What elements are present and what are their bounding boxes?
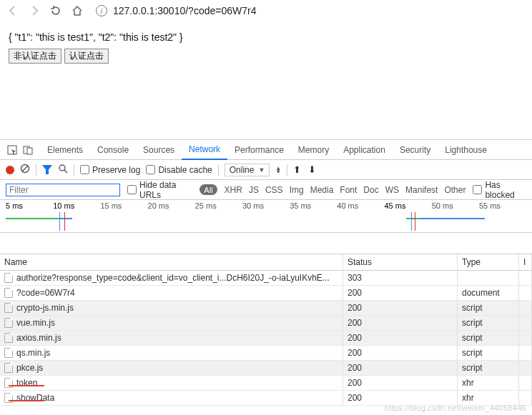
auth-button[interactable]: 认证点击 [64, 49, 109, 64]
disable-cache-checkbox[interactable]: Disable cache [146, 165, 212, 175]
file-icon [4, 303, 13, 313]
search-icon[interactable] [58, 164, 68, 176]
clear-button[interactable] [20, 164, 30, 176]
inspect-icon[interactable] [4, 142, 20, 158]
filter-icon[interactable] [42, 165, 52, 175]
filter-type-css[interactable]: CSS [265, 185, 283, 195]
address-bar[interactable]: i 127.0.0.1:30010/?code=06W7r4 [96, 5, 256, 16]
request-type: document [458, 286, 519, 301]
tab-lighthouse[interactable]: Lighthouse [438, 140, 494, 160]
forward-icon[interactable] [29, 5, 40, 16]
import-har-icon[interactable]: ⬆ [293, 164, 301, 175]
filter-type-doc[interactable]: Doc [363, 185, 378, 195]
tab-memory[interactable]: Memory [291, 140, 336, 160]
request-status: 200 [343, 316, 458, 331]
filter-input[interactable] [6, 184, 120, 196]
page-json-text: { "t1": "this is test1", "t2": "this is … [9, 31, 523, 43]
request-type: xhr [458, 376, 519, 391]
throttle-reorder[interactable]: ▲▼ [275, 166, 281, 174]
request-name[interactable]: authorize?response_type=code&client_id=v… [0, 271, 343, 286]
request-name[interactable]: crypto-js.min.js [0, 301, 343, 316]
col-status[interactable]: Status [343, 254, 458, 271]
request-initiator [519, 346, 532, 361]
network-toolbar: Preserve log Disable cache Online▼ ▲▼ ⬆ … [0, 160, 532, 180]
tab-sources[interactable]: Sources [136, 140, 182, 160]
request-type: script [458, 361, 519, 376]
filter-type-ws[interactable]: WS [385, 185, 399, 195]
svg-point-5 [59, 165, 65, 171]
unauth-button[interactable]: 非认证点击 [9, 49, 61, 64]
tab-elements[interactable]: Elements [40, 140, 90, 160]
request-type: script [458, 301, 519, 316]
request-status: 200 [343, 346, 458, 361]
devtools-tabs: Elements Console Sources Network Perform… [0, 140, 532, 160]
site-info-icon[interactable]: i [96, 5, 107, 16]
request-name[interactable]: pkce.js [0, 361, 343, 376]
filter-type-font[interactable]: Font [340, 185, 357, 195]
device-icon[interactable] [20, 142, 36, 158]
filter-type-img[interactable]: Img [290, 185, 304, 195]
filter-type-xhr[interactable]: XHR [225, 185, 242, 195]
devtools: Elements Console Sources Network Perform… [0, 139, 532, 406]
annotation-mark [9, 400, 44, 401]
request-name[interactable]: vue.min.js [0, 316, 343, 331]
tab-application[interactable]: Application [336, 140, 393, 160]
request-status: 200 [343, 391, 458, 406]
tab-network[interactable]: Network [182, 140, 227, 160]
request-status: 303 [343, 271, 458, 286]
preserve-log-checkbox[interactable]: Preserve log [80, 165, 140, 175]
col-name[interactable]: Name [0, 254, 343, 271]
tab-console[interactable]: Console [90, 140, 136, 160]
filter-type-manifest[interactable]: Manifest [405, 185, 438, 195]
request-type: xhr [458, 391, 519, 406]
request-name[interactable]: axios.min.js [0, 331, 343, 346]
request-name[interactable]: showData [0, 391, 343, 406]
request-initiator [519, 301, 532, 316]
request-initiator [519, 316, 532, 331]
file-icon [4, 363, 13, 373]
file-icon [4, 333, 13, 343]
request-type [458, 271, 519, 286]
export-har-icon[interactable]: ⬇ [308, 164, 316, 175]
request-name[interactable]: qs.min.js [0, 346, 343, 361]
request-initiator [519, 271, 532, 286]
has-blocked-cookies[interactable]: Has blocked [473, 180, 526, 200]
request-name[interactable]: token [0, 376, 343, 391]
filter-type-js[interactable]: JS [249, 185, 259, 195]
filter-type-other[interactable]: Other [444, 185, 466, 195]
timeline[interactable]: 5 ms10 ms15 ms20 ms25 ms30 ms35 ms40 ms4… [0, 200, 532, 233]
file-icon [4, 273, 13, 283]
filter-all[interactable]: All [200, 184, 217, 195]
request-type: script [458, 346, 519, 361]
request-type: script [458, 316, 519, 331]
filter-type-media[interactable]: Media [310, 185, 334, 195]
network-table: NameStatusTypeIauthorize?response_type=c… [0, 254, 532, 406]
svg-line-4 [22, 166, 28, 171]
record-button[interactable] [6, 166, 14, 174]
request-name[interactable]: ?code=06W7r4 [0, 286, 343, 301]
request-status: 200 [343, 361, 458, 376]
request-status: 200 [343, 286, 458, 301]
hide-data-urls[interactable]: Hide data URLs [127, 180, 192, 200]
page-content: { "t1": "this is test1", "t2": "this is … [0, 21, 532, 75]
svg-line-6 [64, 170, 67, 173]
back-icon[interactable] [7, 5, 19, 16]
filter-bar: Hide data URLs All XHRJSCSSImgMediaFontD… [0, 180, 532, 200]
home-icon[interactable] [72, 5, 83, 16]
tab-security[interactable]: Security [393, 140, 438, 160]
tab-performance[interactable]: Performance [227, 140, 291, 160]
url-text: 127.0.0.1:30010/?code=06W7r4 [113, 5, 256, 16]
request-status: 200 [343, 301, 458, 316]
reload-icon[interactable] [50, 5, 61, 16]
request-type: script [458, 331, 519, 346]
annotation-mark [9, 385, 44, 386]
file-icon [4, 288, 13, 298]
request-initiator [519, 391, 532, 406]
throttle-select[interactable]: Online▼ [225, 164, 270, 176]
request-initiator [519, 286, 532, 301]
col-type[interactable]: Type [458, 254, 519, 271]
request-status: 200 [343, 331, 458, 346]
request-initiator [519, 331, 532, 346]
col-initiator[interactable]: I [519, 254, 532, 271]
request-status: 200 [343, 376, 458, 391]
